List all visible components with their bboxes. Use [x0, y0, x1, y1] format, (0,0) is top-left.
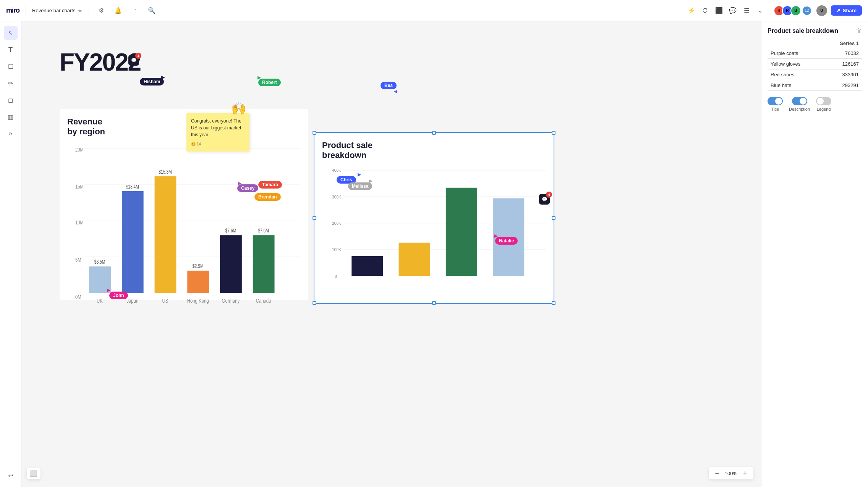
svg-text:$7.6M: $7.6M	[258, 228, 269, 234]
user-label-tamara: Tamara	[258, 181, 282, 189]
share-icon: ↗	[836, 8, 840, 13]
toggle-legend: Legend	[816, 97, 831, 111]
tab-title[interactable]: Revenue bar charts ★	[32, 8, 83, 14]
selection-handle-ml[interactable]	[313, 216, 316, 220]
user-label-natalie: Natalie	[495, 237, 518, 245]
svg-text:US: US	[162, 297, 168, 304]
header-right: ⚡ ⏱ ⬛ 💬 ☰ ⌄ H R B 12 U ↗ Share	[685, 5, 862, 17]
sticky-emoji: 🙌	[231, 99, 246, 118]
user-label-hisham: Hisham	[140, 78, 164, 85]
comment-badge-fy[interactable]: 💬 1	[128, 55, 139, 66]
sidebar-tool-shapes[interactable]: ◻	[4, 93, 18, 107]
sticky-reactions[interactable]: 😀 14	[191, 141, 245, 147]
star-icon[interactable]: ★	[78, 8, 83, 14]
revenue-chart[interactable]: Revenue by region 20M 15M 10M 5M 0M $3.5…	[60, 109, 308, 300]
screen-icon[interactable]: ⬛	[713, 5, 725, 17]
zoom-in-button[interactable]: +	[740, 469, 750, 478]
svg-text:0: 0	[335, 274, 337, 278]
toggle-title: Title	[768, 97, 783, 111]
svg-text:$2.9M: $2.9M	[193, 263, 204, 269]
sidebar-tool-cursor[interactable]: ↖	[4, 26, 18, 40]
selection-handle-bl[interactable]	[313, 301, 316, 305]
timer-icon[interactable]: ⏱	[699, 5, 711, 17]
zoom-level: 100%	[725, 471, 737, 476]
svg-text:Canada: Canada	[256, 297, 271, 304]
product-chart[interactable]: Product sale breakdown 400K 300K 200K 10…	[314, 132, 554, 304]
app-logo: miro	[6, 6, 19, 15]
cursor-casey: ▶	[238, 181, 241, 186]
bar-canada[interactable]	[253, 235, 275, 293]
svg-text:Germany: Germany	[222, 297, 240, 304]
sidebar-tool-pen[interactable]: ✏	[4, 76, 18, 90]
bell-icon[interactable]: 🔔	[112, 5, 124, 17]
cursor-chris: ▶	[358, 172, 361, 177]
svg-text:100K: 100K	[332, 248, 341, 252]
avatar-3: B	[790, 5, 801, 16]
user-label-robert: Robert	[258, 79, 281, 86]
lightning-icon[interactable]: ⚡	[685, 5, 698, 17]
zoom-out-button[interactable]: −	[713, 469, 722, 478]
series-col-product	[768, 39, 823, 48]
svg-text:10M: 10M	[75, 219, 84, 226]
selection-handle-tr[interactable]	[552, 131, 555, 135]
svg-text:$13.4M: $13.4M	[126, 184, 139, 190]
series-value-3: 293291	[823, 80, 862, 91]
selection-handle-br[interactable]	[552, 301, 555, 305]
comment-badge-product[interactable]: 💬 4	[539, 194, 550, 205]
comment-count-fy: 1	[135, 53, 141, 59]
svg-text:Hong Kong: Hong Kong	[187, 297, 209, 304]
svg-text:5M: 5M	[75, 256, 81, 263]
bar-germany[interactable]	[220, 235, 242, 293]
series-product-1: Yellow gloves	[768, 59, 823, 69]
current-user-avatar[interactable]: U	[816, 5, 828, 17]
sidebar-tool-undo[interactable]: ↩	[4, 469, 18, 482]
list-icon[interactable]: ☰	[740, 5, 753, 17]
search-icon[interactable]: 🔍	[146, 5, 158, 17]
left-sidebar: ↖ T ☐ ✏ ◻ ▦ » ↩	[0, 21, 21, 487]
chevron-down-icon[interactable]: ⌄	[754, 5, 766, 17]
selection-handle-tm[interactable]	[432, 131, 436, 135]
svg-text:400K: 400K	[332, 168, 341, 173]
toggle-description-label: Description	[789, 107, 810, 111]
sticky-note[interactable]: 🙌 Congrats, everyone! The US is our bigg…	[186, 113, 249, 152]
upload-icon[interactable]: ↑	[129, 5, 141, 17]
bar-hongkong[interactable]	[187, 271, 209, 293]
bar-us[interactable]	[155, 176, 177, 293]
panel-toggle-button[interactable]: ⬜	[27, 468, 40, 479]
header-divider-1	[26, 6, 26, 15]
toggle-description-switch[interactable]	[792, 97, 807, 105]
user-label-bea: Bea	[381, 82, 397, 89]
header-divider-3	[771, 6, 771, 15]
bar-purple-coats[interactable]	[351, 256, 383, 276]
selection-handle-mr[interactable]	[552, 216, 555, 220]
selection-handle-bm[interactable]	[432, 301, 436, 305]
toggle-row: Title Description Legend	[768, 97, 862, 111]
toggle-legend-switch[interactable]	[816, 97, 831, 105]
svg-text:$15.3M: $15.3M	[159, 169, 172, 175]
settings-icon[interactable]: ⚙	[95, 5, 107, 17]
cursor-john: ▶	[107, 287, 110, 293]
toggle-legend-label: Legend	[817, 107, 831, 111]
avatar-count[interactable]: 12	[803, 6, 811, 15]
sidebar-tool-sticky[interactable]: ☐	[4, 60, 18, 73]
share-button[interactable]: ↗ Share	[831, 5, 862, 16]
delete-button[interactable]: 🗑	[856, 27, 862, 34]
series-value-1: 126167	[823, 59, 862, 69]
right-panel: Product sale breakdown 🗑 Series 1 Purple…	[761, 21, 868, 487]
bar-red-shoes[interactable]	[446, 188, 477, 276]
selection-handle-tl[interactable]	[313, 131, 316, 135]
toggle-title-switch[interactable]	[768, 97, 783, 105]
cursor-bea: ▶	[394, 89, 397, 95]
bar-yellow-gloves[interactable]	[399, 243, 430, 276]
chat-icon[interactable]: 💬	[727, 5, 739, 17]
sidebar-tool-more[interactable]: »	[4, 127, 18, 140]
sidebar-tool-text[interactable]: T	[4, 43, 18, 56]
toggle-title-label: Title	[771, 107, 779, 111]
svg-text:UK: UK	[97, 297, 103, 304]
revenue-chart-title: Revenue by region	[60, 109, 308, 141]
svg-text:$3.5M: $3.5M	[94, 259, 105, 265]
avatar-group: H R B 12	[776, 5, 811, 16]
series-product-2: Red shoes	[768, 69, 823, 80]
bar-japan[interactable]	[122, 191, 144, 293]
sidebar-tool-chart[interactable]: ▦	[4, 110, 18, 124]
